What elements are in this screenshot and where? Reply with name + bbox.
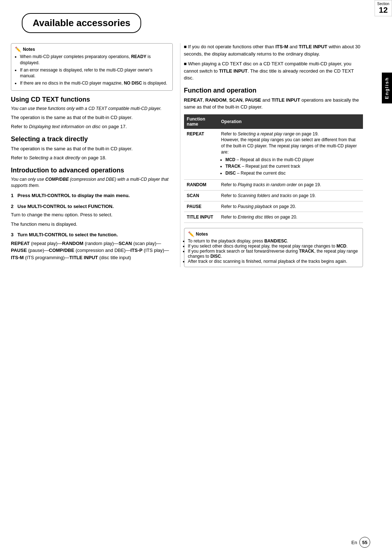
notes-heading-right: Notes: [196, 232, 208, 237]
notes-title-left: ✏️ Notes: [15, 46, 169, 52]
notes-title-right: ✏️ Notes: [188, 231, 359, 237]
right-intro-note-2: ■ When playing a CD TEXT disc on a CD TE…: [184, 60, 363, 82]
english-tab: English: [382, 73, 392, 103]
table-row-title-input: TITLE INPUT Refer to Entering disc title…: [184, 212, 363, 223]
advanced-ops-section: Introduction to advanced operations You …: [11, 167, 173, 261]
step1-heading: 1 Press MULTI-CONTROL to display the mai…: [11, 192, 173, 199]
fn-title-input: TITLE INPUT: [184, 212, 218, 223]
section-tab: Section 12: [375, 0, 392, 16]
function-table: Function name Operation REPEAT Refer to …: [184, 114, 363, 223]
notes-box-right: ✏️ Notes To return to the playback displ…: [184, 228, 363, 267]
section-number: 12: [376, 6, 391, 15]
notes-box-left: ✏️ Notes When multi-CD player completes …: [11, 43, 173, 91]
op-random: Refer to Playing tracks in random order …: [218, 180, 363, 191]
page-number-area: En 55: [351, 537, 370, 548]
repeat-bullet-track: TRACK – Repeat just the current track: [225, 163, 360, 170]
right-note-3: If you perform track search or fast forw…: [188, 249, 359, 259]
repeat-bullet-mcd: MCD – Repeat all discs in the multi-CD p…: [225, 157, 360, 163]
notes-list-right: To return to the playback display, press…: [188, 238, 359, 264]
selecting-track-body1: The operation is the same as that of the…: [11, 145, 173, 152]
left-column: ✏️ Notes When multi-CD player completes …: [11, 43, 180, 267]
page-title: Available accessories: [33, 17, 130, 29]
notes-item-1: When multi-CD player completes preparato…: [20, 54, 169, 66]
function-operation-intro: REPEAT, RANDOM, SCAN, PAUSE and TITLE IN…: [184, 97, 363, 111]
function-operation-section: Function and operation REPEAT, RANDOM, S…: [184, 87, 363, 223]
selecting-track-body2: Refer to Selecting a track directly on p…: [11, 154, 173, 162]
step2-body2: The function menu is displayed.: [11, 221, 173, 228]
notes-heading-left: Notes: [23, 47, 35, 52]
page-wrapper: Section 12 English Available accessories…: [0, 0, 392, 555]
step3-heading: 3 Turn MULTI-CONTROL to select the funct…: [11, 231, 173, 238]
using-cd-text-body1: The operation is the same as that of the…: [11, 114, 173, 121]
table-header-row: Function name Operation: [184, 114, 363, 129]
notes-list-left: When multi-CD player completes preparato…: [15, 54, 169, 86]
right-intro-note-1: ■ If you do not operate functions other …: [184, 43, 363, 57]
table-row-random: RANDOM Refer to Playing tracks in random…: [184, 180, 363, 191]
fn-repeat: REPEAT: [184, 129, 218, 180]
page-header: Available accessories: [22, 13, 141, 33]
right-column: ■ If you do not operate functions other …: [180, 43, 363, 267]
using-cd-text-heading: Using CD TEXT functions: [11, 96, 173, 103]
using-cd-text-section: Using CD TEXT functions You can use thes…: [11, 96, 173, 130]
notes-icon-right: ✏️: [188, 231, 194, 237]
content-area: ✏️ Notes When multi-CD player completes …: [0, 43, 392, 278]
advanced-ops-heading: Introduction to advanced operations: [11, 167, 173, 174]
step2-heading: 2 Use MULTI-CONTROL to select FUNCTION.: [11, 203, 173, 210]
using-cd-text-intro: You can use these functions only with a …: [11, 106, 173, 112]
op-scan: Refer to Scanning folders and tracks on …: [218, 190, 363, 201]
right-note-4: After track or disc scanning is finished…: [188, 259, 359, 264]
selecting-track-section: Selecting a track directly The operation…: [11, 135, 173, 162]
step3-body: REPEAT (repeat play)—RANDOM (random play…: [11, 240, 173, 261]
op-title-input: Refer to Entering disc titles on page 20…: [218, 212, 363, 223]
table-row-repeat: REPEAT Refer to Selecting a repeat play …: [184, 129, 363, 180]
table-header-fn: Function name: [184, 114, 218, 129]
table-row-pause: PAUSE Refer to Pausing playback on page …: [184, 201, 363, 212]
right-intro-notes: ■ If you do not operate functions other …: [184, 43, 363, 82]
selecting-track-heading: Selecting a track directly: [11, 135, 173, 143]
repeat-bullet-disc: DISC – Repeat the current disc: [225, 170, 360, 176]
table-header-op: Operation: [218, 114, 363, 129]
fn-pause: PAUSE: [184, 201, 218, 212]
function-operation-heading: Function and operation: [184, 87, 363, 94]
notes-icon-left: ✏️: [15, 46, 21, 52]
notes-item-2: If an error message is displayed, refer …: [20, 67, 169, 79]
fn-random: RANDOM: [184, 180, 218, 191]
fn-scan: SCAN: [184, 190, 218, 201]
step2-body: Turn to change the menu option. Press to…: [11, 211, 173, 219]
right-note-1: To return to the playback display, press…: [188, 238, 359, 244]
op-repeat: Refer to Selecting a repeat play range o…: [218, 129, 363, 180]
right-note-2: If you select other discs during repeat …: [188, 244, 359, 249]
repeat-bullets: MCD – Repeat all discs in the multi-CD p…: [221, 157, 360, 176]
notes-item-3: If there are no discs in the multi-CD pl…: [20, 80, 169, 86]
op-pause: Refer to Pausing playback on page 20.: [218, 201, 363, 212]
page-num-box: 55: [359, 537, 370, 548]
advanced-ops-intro: You can only use COMP/DBE (compression a…: [11, 176, 173, 189]
using-cd-text-body2: Refer to Displaying text information on …: [11, 123, 173, 130]
table-row-scan: SCAN Refer to Scanning folders and track…: [184, 190, 363, 201]
en-label: En: [351, 540, 357, 545]
